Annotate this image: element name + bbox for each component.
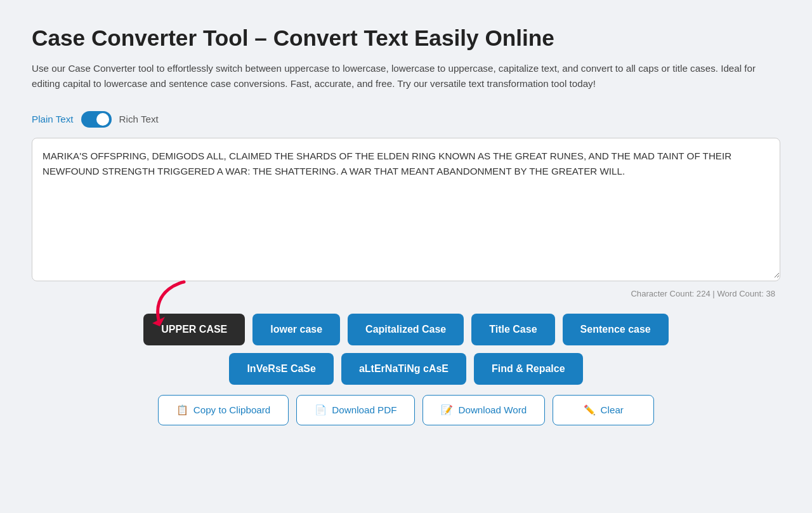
word-icon: 📝 (441, 404, 453, 416)
clear-label: Clear (601, 404, 624, 415)
title-case-button[interactable]: Title Case (471, 314, 554, 345)
rich-text-label: Rich Text (119, 114, 159, 124)
capitalized-case-button[interactable]: Capitalized Case (348, 314, 464, 345)
text-mode-toggle-row: Plain Text Rich Text (32, 111, 780, 128)
page-description: Use our Case Converter tool to effortles… (32, 61, 780, 92)
download-pdf-button[interactable]: 📄 Download PDF (296, 395, 415, 425)
clear-button[interactable]: ✏️ Clear (553, 395, 654, 425)
mode-toggle[interactable] (81, 111, 112, 128)
word-label: Download Word (458, 404, 527, 415)
download-word-button[interactable]: 📝 Download Word (422, 395, 545, 425)
case-buttons-row2: InVeRsE CaSe aLtErNaTiNg cAsE Find & Rep… (229, 353, 582, 385)
pdf-icon: 📄 (315, 404, 327, 416)
lower-case-button[interactable]: lower case (252, 314, 340, 345)
toggle-thumb (96, 113, 109, 126)
case-buttons-row1: UPPER CASE lower case Capitalized Case T… (143, 314, 669, 345)
find-replace-button[interactable]: Find & Repalce (474, 353, 583, 385)
inverse-case-button[interactable]: InVeRsE CaSe (229, 353, 334, 385)
action-buttons-row: 📋 Copy to Clipboard 📄 Download PDF 📝 Dow… (158, 395, 655, 425)
clear-icon: ✏️ (584, 404, 596, 416)
plain-text-label: Plain Text (32, 114, 74, 124)
copy-label: Copy to Clipboard (193, 404, 271, 415)
text-input[interactable]: MARIKA'S OFFSPRING, DEMIGODS ALL, CLAIME… (32, 138, 780, 278)
sentence-case-button[interactable]: Sentence case (563, 314, 669, 345)
char-word-count: Character Count: 224 | Word Count: 38 (32, 286, 780, 303)
page-title: Case Converter Tool – Convert Text Easil… (32, 25, 780, 51)
copy-icon: 📋 (176, 404, 188, 416)
alternating-case-button[interactable]: aLtErNaTiNg cAsE (341, 353, 466, 385)
text-input-container: MARIKA'S OFFSPRING, DEMIGODS ALL, CLAIME… (32, 138, 780, 281)
copy-clipboard-button[interactable]: 📋 Copy to Clipboard (158, 395, 289, 425)
upper-case-button[interactable]: UPPER CASE (143, 314, 245, 345)
pdf-label: Download PDF (332, 404, 396, 415)
conversion-buttons-area: UPPER CASE lower case Capitalized Case T… (32, 314, 780, 425)
